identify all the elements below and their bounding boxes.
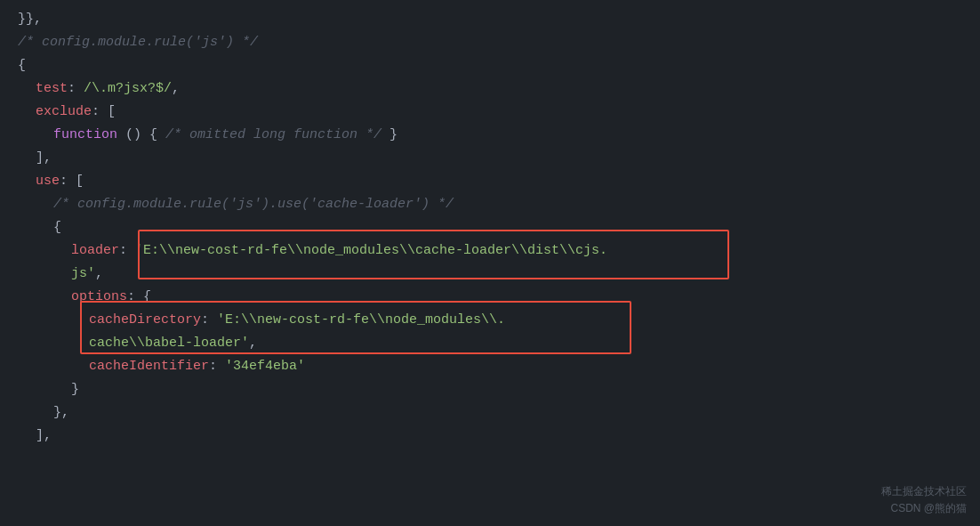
table-row: }}, <box>18 9 962 32</box>
brace-token: }, <box>53 405 69 420</box>
bracket-token: ], <box>36 150 52 166</box>
table-row: loader: 'E:\\new-cost-rd-fe\\node_module… <box>18 240 962 263</box>
punct-token: , <box>249 336 257 351</box>
brace-token: { <box>53 220 61 235</box>
comment-token: /* omitted long function */ <box>165 127 382 142</box>
table-row: cacheIdentifier: '34ef4eba' <box>18 356 962 379</box>
key-token: cacheDirectory <box>89 312 201 328</box>
key-token: use <box>36 174 60 189</box>
punct-token: }}, <box>18 12 42 27</box>
regex-token: /\.m?jsx?$/ <box>84 81 172 96</box>
punct-token: , <box>95 266 103 281</box>
key-token: loader <box>71 243 119 258</box>
table-row: }, <box>18 402 962 425</box>
comment-token: /* config.module.rule('js').use('cache-l… <box>53 197 454 212</box>
colon-token: : <box>201 312 217 328</box>
string-token: cache\\babel-loader' <box>89 336 249 351</box>
brace-token: { <box>18 58 26 73</box>
brace-token: { <box>143 289 151 304</box>
key-token: test <box>36 81 68 96</box>
colon-token: : <box>209 359 225 374</box>
bracket-token: ], <box>36 428 52 443</box>
table-row: ], <box>18 148 962 171</box>
table-row: use: [ <box>18 171 962 194</box>
punct-token: () { <box>117 127 165 142</box>
bracket-token: [ <box>108 104 116 119</box>
table-row: ], <box>18 425 962 449</box>
table-row: /* config.module.rule('js').use('cache-l… <box>18 194 962 217</box>
bracket-token: [ <box>76 174 84 189</box>
string-token: '34ef4eba' <box>225 359 305 374</box>
table-row: test: /\.m?jsx?$/, <box>18 78 962 101</box>
key-token: cacheIdentifier <box>89 359 209 374</box>
key-token: exclude <box>36 104 92 119</box>
watermark-line1: 稀土掘金技术社区 <box>881 483 967 500</box>
colon-token: : <box>127 289 143 304</box>
table-row: } <box>18 379 962 402</box>
watermark-line2: CSDN @熊的猫 <box>881 500 967 517</box>
punct-token: , <box>172 81 180 96</box>
table-row: { <box>18 55 962 78</box>
brace-token: } <box>71 382 79 397</box>
key-token: options <box>71 289 127 304</box>
colon-token: : <box>68 81 84 96</box>
punct-token: } <box>382 127 398 142</box>
code-block: }},/* config.module.rule('js') */{test: … <box>0 0 980 457</box>
code-lines: }},/* config.module.rule('js') */{test: … <box>18 9 962 449</box>
comment-token: /* config.module.rule('js') */ <box>18 35 258 50</box>
table-row: { <box>18 217 962 240</box>
colon-token: : <box>92 104 108 119</box>
table-row: js', <box>18 263 962 287</box>
watermark: 稀土掘金技术社区 CSDN @熊的猫 <box>881 483 967 517</box>
table-row: cache\\babel-loader', <box>18 333 962 356</box>
string-token: 'E:\\new-cost-rd-fe\\node_modules\\cache… <box>135 243 607 258</box>
colon-token: : <box>60 174 76 189</box>
colon-token: : <box>119 243 135 258</box>
string-token: js' <box>71 266 95 281</box>
table-row: /* config.module.rule('js') */ <box>18 32 962 55</box>
keyword-token: function <box>53 127 117 142</box>
string-token: 'E:\\new-cost-rd-fe\\node_modules\\. <box>217 312 505 328</box>
table-row: function () { /* omitted long function *… <box>18 125 962 148</box>
table-row: cacheDirectory: 'E:\\new-cost-rd-fe\\nod… <box>18 310 962 333</box>
table-row: exclude: [ <box>18 101 962 125</box>
table-row: options: { <box>18 287 962 310</box>
